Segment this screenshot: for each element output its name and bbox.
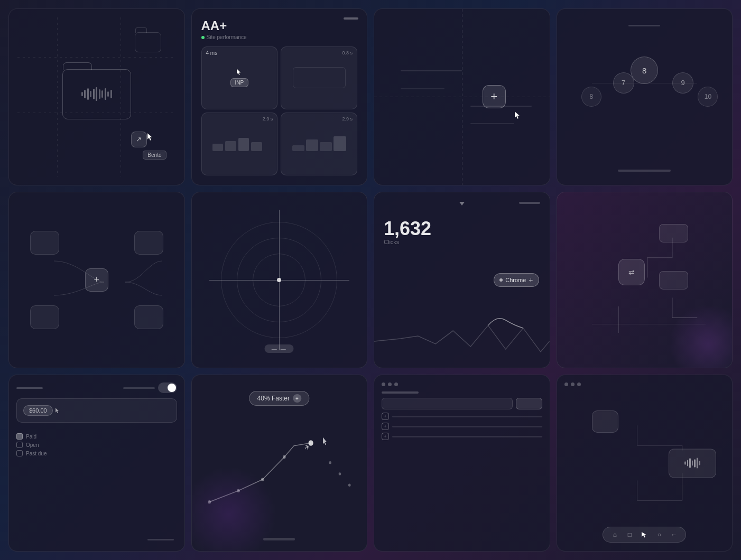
- minimize-button[interactable]: [344, 17, 358, 20]
- share-button[interactable]: ↗: [131, 132, 147, 147]
- subtitle-bar: [123, 387, 155, 389]
- chrome-pill[interactable]: Chrome +: [494, 273, 539, 287]
- paid-label: Paid: [26, 434, 36, 440]
- card-audio-nav: ⌂ □ ○ ←: [557, 375, 733, 552]
- checkbox-open: Open: [16, 442, 177, 448]
- vert-line: [618, 306, 619, 333]
- open-label: Open: [26, 442, 39, 448]
- card-folder-audio: ↗ Bento: [8, 8, 185, 185]
- faster-plus-icon[interactable]: +: [293, 394, 301, 403]
- status-dot: [201, 36, 205, 39]
- card-clicks-chart: 1,632 Clicks Chrome +: [374, 192, 550, 369]
- perf-grid: 4 ms INP 0.8 s 2.9 s 2.9 s: [201, 46, 358, 175]
- checkbox-open-box[interactable]: [16, 442, 23, 448]
- folder-icon-small: [135, 32, 161, 52]
- item-line-2: [392, 426, 542, 427]
- home-nav-icon[interactable]: ⌂: [610, 530, 619, 539]
- plus-icon: +: [94, 274, 99, 285]
- cursor-nav-icon[interactable]: [640, 530, 649, 539]
- checkbox-pastdue: Past due: [16, 450, 177, 456]
- bottom-pill: [263, 538, 295, 540]
- plus-icon: +: [295, 396, 299, 402]
- radar-add-button[interactable]: — —: [265, 344, 294, 353]
- card-form-list: + + +: [374, 375, 550, 552]
- checkbox-pastdue-box[interactable]: [16, 450, 23, 456]
- price-card: $60.00: [16, 398, 177, 423]
- nav-bar: ⌂ □ ○ ←: [603, 527, 686, 543]
- checkbox-paid-box[interactable]: [16, 433, 23, 440]
- crosshair-center-dot: [277, 278, 281, 282]
- card-numbers: 8 7 8 9 10: [557, 8, 733, 185]
- horiz-line: [592, 324, 706, 324]
- chrome-dot: [499, 278, 503, 282]
- sort-icon: [459, 202, 465, 206]
- bottom-bar: [618, 170, 671, 172]
- chrome-label: Chrome: [505, 277, 526, 283]
- svg-point-0: [208, 500, 210, 503]
- bento-label: Bento: [143, 151, 166, 160]
- add-item-button-3[interactable]: +: [382, 433, 389, 440]
- card-flow-diagram: ⇄: [557, 192, 733, 369]
- dot-3: [394, 382, 398, 386]
- toggle-switch[interactable]: [158, 382, 177, 393]
- list-item-2: +: [382, 423, 542, 430]
- flow-box-arrows: ⇄: [618, 259, 645, 285]
- num-btn-8-left[interactable]: 8: [581, 87, 601, 107]
- num-btn-8[interactable]: 8: [631, 57, 658, 84]
- perf-title: AA+: [201, 18, 227, 33]
- checkbox-paid: Paid: [16, 433, 177, 440]
- form-title-bar: [382, 391, 419, 394]
- dot-2: [388, 382, 392, 386]
- minus-icon: — —: [272, 346, 287, 352]
- faster-pill: 40% Faster +: [249, 391, 309, 406]
- list-item-3: +: [382, 433, 542, 440]
- add-filter-icon: +: [529, 276, 533, 284]
- perf-cell-inp: 4 ms INP: [201, 46, 278, 109]
- flow-lines-12: [557, 375, 733, 551]
- cursor-icon: [514, 111, 521, 120]
- dot-1: [382, 382, 385, 386]
- item-line-3: [392, 436, 542, 437]
- svg-point-1: [237, 489, 239, 492]
- add-item-button-2[interactable]: +: [382, 423, 389, 430]
- clicks-chart-svg: [374, 304, 550, 357]
- flow-box-1: [659, 224, 688, 242]
- top-line: [628, 25, 660, 26]
- center-plus-button[interactable]: +: [85, 268, 108, 292]
- num-btn-10[interactable]: 10: [698, 87, 718, 107]
- perf-cell-2: 0.8 s: [281, 46, 357, 109]
- toggle-group: [123, 382, 177, 393]
- clicks-value: 1,632: [384, 218, 431, 240]
- svg-point-3: [283, 455, 285, 459]
- svg-point-8: [348, 484, 350, 487]
- add-button[interactable]: +: [483, 85, 506, 108]
- add-item-button[interactable]: +: [382, 413, 389, 420]
- share-icon: ↗: [136, 135, 142, 143]
- back-nav-icon[interactable]: ←: [670, 530, 678, 539]
- top-bar: [519, 202, 540, 204]
- svg-point-6: [329, 461, 331, 464]
- list-item-1: +: [382, 413, 542, 420]
- svg-point-7: [338, 473, 341, 475]
- toggle-thumb: [168, 384, 176, 392]
- cursor-icon-small: [236, 68, 243, 76]
- perf-subtitle: Site performance: [201, 34, 247, 40]
- circle-nav-icon[interactable]: ○: [655, 530, 663, 539]
- price-pill: $60.00: [23, 405, 53, 416]
- perf-cell-3: 2.9 s: [201, 113, 278, 175]
- card-performance: AA+ Site performance 4 ms INP 0.8 s 2.9 …: [191, 8, 368, 185]
- bottom-line: [147, 539, 174, 540]
- perf-cell-4: 2.9 s: [281, 113, 357, 175]
- card-flow-nodes: +: [8, 192, 185, 369]
- inp-badge: INP: [230, 78, 249, 87]
- faster-label: 40% Faster: [257, 395, 290, 402]
- cursor-price: [55, 407, 60, 414]
- audio-waveform: [81, 86, 112, 102]
- grid-nav-icon[interactable]: □: [625, 530, 634, 539]
- submit-button[interactable]: [516, 398, 542, 409]
- window-dots: [382, 382, 398, 386]
- folder-icon: [62, 69, 131, 119]
- card-faster: 40% Faster + ✈: [191, 375, 368, 552]
- search-input[interactable]: [382, 398, 513, 409]
- item-line-1: [392, 416, 542, 417]
